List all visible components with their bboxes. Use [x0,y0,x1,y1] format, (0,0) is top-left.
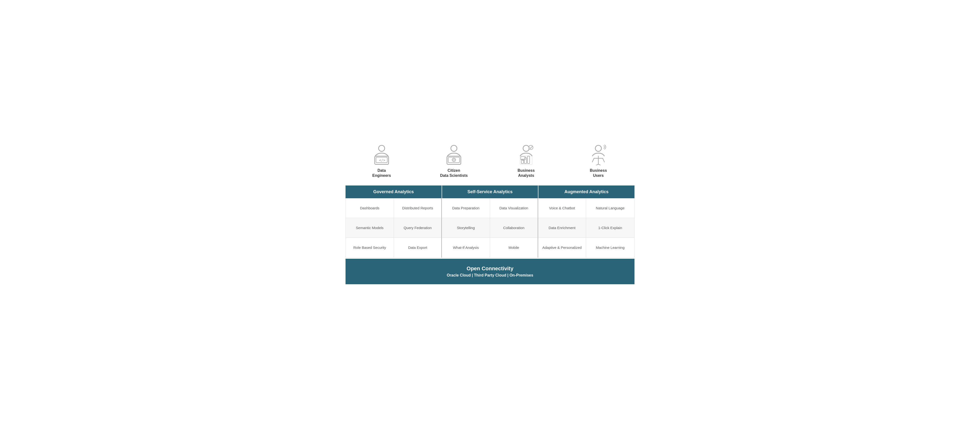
svg-rect-21 [527,156,530,164]
svg-point-8 [453,159,455,160]
feature-query-federation: Query Federation [394,218,442,238]
business-users-icon [587,144,609,165]
feature-voice-chatbot: Voice & Chatbot [538,198,586,218]
citizen-data-scientists-label: Citizen Data Scientists [440,168,468,178]
svg-line-31 [598,164,601,166]
footer-title: Open Connectivity [350,265,630,272]
persona-business-users: Business Users [562,144,635,178]
svg-line-29 [603,158,605,162]
svg-line-13 [452,158,453,159]
feature-semantic-models: Semantic Models [346,218,394,238]
data-engineers-icon: </> [371,144,393,165]
feature-adaptive-personalized: Adaptive & Personalized [538,238,586,257]
business-analysts-label: Business Analysts [517,168,535,178]
svg-line-16 [452,161,453,161]
feature-data-visualization: Data Visualization [490,198,538,218]
category-header-row: Governed Analytics Self-Service Analytic… [345,185,635,198]
feature-mobile: Mobile [490,238,538,257]
svg-text:</>: </> [379,158,385,162]
feature-what-if-analysis: What-If Analysis [442,238,490,257]
feature-natural-language: Natural Language [586,198,634,218]
svg-line-30 [596,164,598,166]
persona-citizen-data-scientists: Citizen Data Scientists [418,144,490,178]
svg-point-17 [523,145,529,151]
feature-storytelling: Storytelling [442,218,490,238]
category-governed-analytics: Governed Analytics [345,185,442,198]
footer-subtitle: Oracle Cloud | Third Party Cloud | On-Pr… [350,273,630,278]
data-engineers-label: Data Engineers [372,168,391,178]
svg-point-25 [595,145,601,151]
persona-data-engineers: </> Data Engineers [345,144,418,178]
feature-dashboards: Dashboards [346,198,394,218]
svg-line-15 [455,158,455,159]
feature-data-enrichment: Data Enrichment [538,218,586,238]
feature-grid: Dashboards Distributed Reports Data Prep… [345,198,635,258]
feature-role-based-security: Role Based Security [346,238,394,257]
svg-line-14 [455,161,455,161]
feature-data-export: Data Export [394,238,442,257]
footer: Open Connectivity Oracle Cloud | Third P… [345,259,635,284]
category-augmented-analytics: Augmented Analytics [538,185,635,198]
main-container: </> Data Engineers [345,139,635,284]
svg-line-28 [592,158,594,162]
persona-business-analysts: Business Analysts [490,144,562,178]
business-users-label: Business Users [590,168,607,178]
feature-1-click-explain: 1-Click Explain [586,218,634,238]
feature-collaboration: Collaboration [490,218,538,238]
svg-point-4 [451,145,457,151]
svg-point-0 [379,145,385,151]
business-analysts-icon [515,144,537,165]
persona-row: </> Data Engineers [345,139,635,185]
feature-data-preparation: Data Preparation [442,198,490,218]
feature-machine-learning: Machine Learning [586,238,634,257]
category-self-service-analytics: Self-Service Analytics [442,185,539,198]
citizen-data-scientists-icon [443,144,465,165]
feature-distributed-reports: Distributed Reports [394,198,442,218]
